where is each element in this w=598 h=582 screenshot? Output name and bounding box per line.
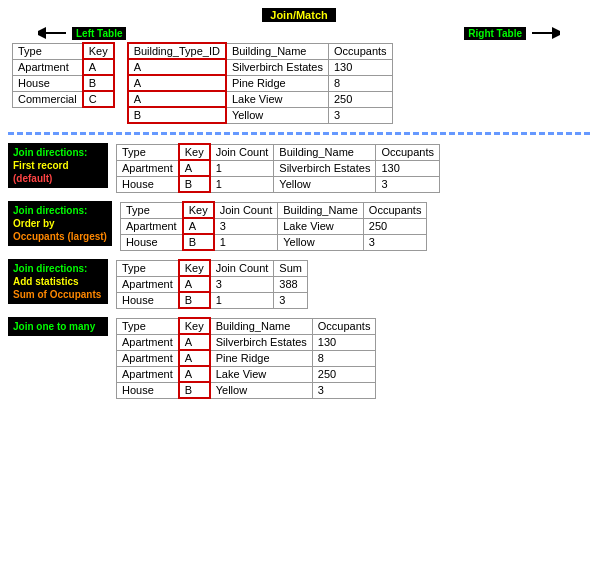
r3-type-2: House	[117, 292, 179, 308]
left-table-container: Type Key Apartment A House B	[12, 42, 115, 124]
table-row: Apartment A 3 388	[117, 276, 308, 292]
r3-jc-1: 3	[210, 276, 274, 292]
join-example-2: Join directions: Order by Occupants (lar…	[8, 201, 590, 251]
table-row: Apartment A Silverbirch Estates 130	[117, 334, 376, 350]
left-key-1: A	[83, 59, 114, 75]
r4-col-key: Key	[179, 318, 210, 334]
r3-col-jc: Join Count	[210, 260, 274, 276]
r1-type-1: Apartment	[117, 160, 179, 176]
table-row: House B 1 Yellow 3	[120, 234, 427, 250]
result-table-1-wrap: Type Key Join Count Building_Name Occupa…	[116, 143, 590, 193]
r1-bn-2: Yellow	[274, 176, 376, 192]
join-label-1: Join directions: First record (default)	[8, 143, 108, 188]
r1-key-2: B	[179, 176, 210, 192]
r1-col-bn: Building_Name	[274, 144, 376, 160]
left-key-3: C	[83, 91, 114, 107]
r3-jc-2: 1	[210, 292, 274, 308]
result-table-3: Type Key Join Count Sum Apartment A 3 38…	[116, 259, 308, 309]
left-col-key: Key	[83, 43, 114, 59]
right-table: Building_Type_ID Building_Name Occupants…	[127, 42, 393, 124]
rt-occ-1: 130	[328, 59, 392, 75]
main-container: Join/Match Left Table Right Table	[0, 0, 598, 407]
rt-btid-1: A	[128, 59, 226, 75]
table-row: Commercial C	[13, 91, 114, 107]
table-row: Apartment A	[13, 59, 114, 75]
r1-col-jc: Join Count	[210, 144, 274, 160]
r4-col-bn: Building_Name	[210, 318, 313, 334]
r2-type-2: House	[120, 234, 182, 250]
result-table-1: Type Key Join Count Building_Name Occupa…	[116, 143, 440, 193]
r3-col-type: Type	[117, 260, 179, 276]
r1-col-occ: Occupants	[376, 144, 440, 160]
r2-jc-2: 1	[214, 234, 278, 250]
r4-col-type: Type	[117, 318, 179, 334]
rt-occ-4: 3	[328, 107, 392, 123]
result-table-4-wrap: Type Key Building_Name Occupants Apartme…	[116, 317, 590, 399]
left-type-3: Commercial	[13, 91, 83, 107]
r4-type-1: Apartment	[117, 334, 179, 350]
rt-bname-4: Yellow	[226, 107, 329, 123]
r1-occ-2: 3	[376, 176, 440, 192]
r1-key-1: A	[179, 160, 210, 176]
r2-type-1: Apartment	[120, 218, 182, 234]
r3-sum-1: 388	[274, 276, 308, 292]
r4-key-2: A	[179, 350, 210, 366]
r4-occ-2: 8	[312, 350, 376, 366]
left-col-type: Type	[13, 43, 83, 59]
r2-key-1: A	[183, 218, 214, 234]
r4-key-1: A	[179, 334, 210, 350]
r3-col-key: Key	[179, 260, 210, 276]
r3-col-sum: Sum	[274, 260, 308, 276]
rt-btid-3: A	[128, 91, 226, 107]
r4-type-3: Apartment	[117, 366, 179, 382]
r1-jc-2: 1	[210, 176, 274, 192]
left-key-2: B	[83, 75, 114, 91]
join-label-3: Join directions: Add statistics Sum of O…	[8, 259, 108, 304]
result-table-4: Type Key Building_Name Occupants Apartme…	[116, 317, 376, 399]
r2-occ-1: 250	[363, 218, 427, 234]
r3-key-1: A	[179, 276, 210, 292]
left-table: Type Key Apartment A House B	[12, 42, 115, 108]
right-table-label: Right Table	[464, 27, 526, 40]
join-label-2: Join directions: Order by Occupants (lar…	[8, 201, 112, 246]
rt-btid-2: A	[128, 75, 226, 91]
r2-col-key: Key	[183, 202, 214, 218]
table-row: Apartment A Pine Ridge 8	[117, 350, 376, 366]
left-type-2: House	[13, 75, 83, 91]
r2-occ-2: 3	[363, 234, 427, 250]
right-table-container: Building_Type_ID Building_Name Occupants…	[127, 42, 393, 124]
join-example-3: Join directions: Add statistics Sum of O…	[8, 259, 590, 309]
r4-occ-4: 3	[312, 382, 376, 398]
rt-bname-1: Silverbirch Estates	[226, 59, 329, 75]
r4-col-occ: Occupants	[312, 318, 376, 334]
r4-bn-1: Silverbirch Estates	[210, 334, 313, 350]
result-table-3-wrap: Type Key Join Count Sum Apartment A 3 38…	[116, 259, 590, 309]
result-table-2: Type Key Join Count Building_Name Occupa…	[120, 201, 428, 251]
left-arrow-icon	[38, 26, 68, 40]
right-col-btid: Building_Type_ID	[128, 43, 226, 59]
r2-col-bn: Building_Name	[278, 202, 364, 218]
join-match-label: Join/Match	[262, 8, 335, 22]
right-col-bname: Building_Name	[226, 43, 329, 59]
r3-key-2: B	[179, 292, 210, 308]
join-example-1: Join directions: First record (default) …	[8, 143, 590, 193]
top-diagram: Join/Match Left Table Right Table	[8, 8, 590, 124]
r2-key-2: B	[183, 234, 214, 250]
rt-bname-3: Lake View	[226, 91, 329, 107]
join-label-4: Join one to many	[8, 317, 108, 336]
rt-occ-3: 250	[328, 91, 392, 107]
r1-bn-1: Silverbirch Estates	[274, 160, 376, 176]
r2-bn-2: Yellow	[278, 234, 364, 250]
left-table-label: Left Table	[72, 27, 126, 40]
table-row: A Lake View 250	[128, 91, 392, 107]
right-col-occ: Occupants	[328, 43, 392, 59]
r2-col-type: Type	[120, 202, 182, 218]
rt-bname-2: Pine Ridge	[226, 75, 329, 91]
r1-col-key: Key	[179, 144, 210, 160]
table-row: Apartment A Lake View 250	[117, 366, 376, 382]
join-example-4: Join one to many Type Key Building_Name …	[8, 317, 590, 399]
table-row: House B 1 3	[117, 292, 308, 308]
r1-col-type: Type	[117, 144, 179, 160]
r4-occ-1: 130	[312, 334, 376, 350]
r2-bn-1: Lake View	[278, 218, 364, 234]
